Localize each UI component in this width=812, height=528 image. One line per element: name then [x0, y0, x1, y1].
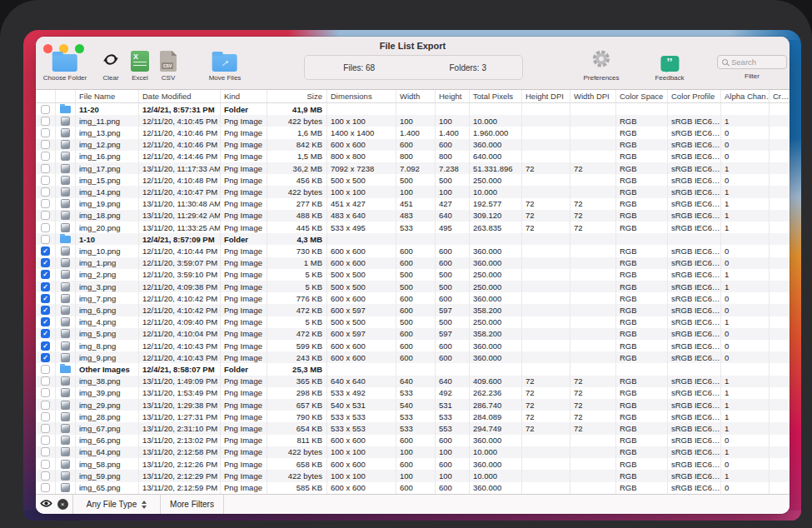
- table-row[interactable]: img_3.png 12/11/20, 4:09:38 PM Png Image…: [36, 281, 790, 292]
- row-checkbox[interactable]: [41, 436, 50, 445]
- header-color-profile[interactable]: Color Profile: [668, 90, 721, 102]
- table-row[interactable]: 11-20 12/4/21, 8:57:31 PM Folder 41,9 MB: [36, 103, 790, 115]
- row-checkbox[interactable]: [41, 424, 50, 433]
- file-type-dropdown[interactable]: Any File Type: [73, 495, 161, 514]
- row-checkbox[interactable]: [41, 317, 50, 326]
- header-alpha-channel[interactable]: Alpha Chan…: [721, 90, 770, 102]
- row-checkbox[interactable]: [41, 140, 50, 149]
- header-height[interactable]: Height: [436, 90, 470, 102]
- clear-filter-icon[interactable]: [57, 499, 68, 510]
- row-checkbox[interactable]: [41, 176, 50, 185]
- table-row[interactable]: img_2.png 12/11/20, 3:59:10 PM Png Image…: [36, 269, 790, 281]
- row-checkbox[interactable]: [41, 401, 50, 410]
- header-checkbox-column[interactable]: [36, 90, 56, 102]
- cell-color-space: [616, 103, 668, 115]
- row-checkbox[interactable]: [41, 460, 50, 469]
- table-row[interactable]: img_15.png 12/11/20, 4:10:48 PM Png Imag…: [36, 174, 790, 186]
- table-row[interactable]: img_9.png 12/11/20, 4:10:43 PM Png Image…: [36, 351, 790, 363]
- row-checkbox[interactable]: [41, 329, 50, 338]
- table-row[interactable]: img_12.png 12/11/20, 4:10:46 PM Png Imag…: [36, 139, 790, 151]
- table-row[interactable]: img_17.png 13/11/20, 11:17:33 AM Png Ima…: [36, 162, 790, 174]
- row-checkbox-cell: [36, 435, 56, 446]
- header-file-name[interactable]: File Name: [76, 90, 139, 102]
- row-checkbox[interactable]: [41, 187, 50, 197]
- table-row[interactable]: img_29.png 13/11/20, 1:29:38 PM Png Imag…: [36, 399, 790, 411]
- row-checkbox[interactable]: [41, 128, 50, 137]
- search-input[interactable]: Search: [717, 55, 787, 69]
- table-row[interactable]: img_19.png 13/11/20, 11:30:48 AM Png Ima…: [36, 198, 790, 210]
- clear-button[interactable]: Clear: [102, 51, 120, 82]
- table-row[interactable]: img_39.png 13/11/20, 1:53:49 PM Png Imag…: [36, 387, 790, 399]
- table-row[interactable]: img_64.png 13/11/20, 2:12:58 PM Png Imag…: [36, 446, 790, 458]
- row-checkbox[interactable]: [41, 471, 50, 481]
- eye-icon[interactable]: [40, 499, 52, 510]
- table-row[interactable]: img_16.png 12/11/20, 4:14:46 PM Png Imag…: [36, 151, 790, 162]
- header-kind[interactable]: Kind: [221, 90, 267, 102]
- row-checkbox[interactable]: [41, 199, 50, 208]
- header-size[interactable]: Size: [267, 90, 327, 102]
- row-checkbox[interactable]: [41, 294, 50, 303]
- table-row[interactable]: img_8.png 12/11/20, 4:10:43 PM Png Image…: [36, 340, 790, 351]
- table-row[interactable]: img_66.png 13/11/20, 2:13:02 PM Png Imag…: [36, 435, 790, 446]
- row-checkbox[interactable]: [41, 258, 50, 267]
- table-row[interactable]: img_59.png 13/11/20, 2:12:29 PM Png Imag…: [36, 470, 790, 481]
- header-color-space[interactable]: Color Space: [616, 90, 668, 102]
- table-row[interactable]: img_5.png 12/11/20, 4:10:04 PM Png Image…: [36, 328, 790, 340]
- table-row[interactable]: img_10.png 12/11/20, 4:10:44 PM Png Imag…: [36, 245, 790, 257]
- table-row[interactable]: img_1.png 12/11/20, 3:59:07 PM Png Image…: [36, 257, 790, 269]
- header-icon-column[interactable]: [56, 90, 76, 102]
- table-row[interactable]: img_28.png 13/11/20, 1:27:31 PM Png Imag…: [36, 411, 790, 422]
- row-checkbox[interactable]: [41, 211, 50, 220]
- feedback-button[interactable]: Feedback: [655, 56, 684, 82]
- table-row[interactable]: img_4.png 12/11/20, 4:09:40 PM Png Image…: [36, 316, 790, 328]
- row-checkbox[interactable]: [41, 341, 50, 351]
- row-checkbox-cell: [36, 162, 56, 174]
- row-checkbox[interactable]: [41, 376, 50, 386]
- row-checkbox[interactable]: [41, 483, 50, 492]
- row-checkbox[interactable]: [41, 306, 50, 315]
- header-total-pixels[interactable]: Total Pixels: [470, 90, 522, 102]
- move-files-button[interactable]: Move Files: [209, 54, 242, 82]
- table-row[interactable]: img_14.png 12/11/20, 4:10:47 PM Png Imag…: [36, 186, 790, 197]
- more-filters-button[interactable]: More Filters: [161, 495, 224, 514]
- cell-width: 800: [396, 151, 436, 162]
- table-row[interactable]: img_65.png 13/11/20, 2:12:59 PM Png Imag…: [36, 482, 790, 494]
- excel-export-button[interactable]: Excel: [131, 51, 149, 82]
- table-row[interactable]: img_18.png 13/11/20, 11:29:42 AM Png Ima…: [36, 210, 790, 222]
- table-row[interactable]: img_58.png 13/11/20, 2:12:26 PM Png Imag…: [36, 458, 790, 470]
- table-row[interactable]: img_67.png 13/11/20, 2:31:10 PM Png Imag…: [36, 422, 790, 434]
- row-checkbox[interactable]: [41, 117, 50, 126]
- table-row[interactable]: img_7.png 12/11/20, 4:10:42 PM Png Image…: [36, 292, 790, 304]
- row-checkbox[interactable]: [41, 105, 50, 114]
- csv-export-button[interactable]: CSV: [160, 51, 177, 82]
- preferences-button[interactable]: Preferences: [583, 49, 619, 82]
- zoom-window-button[interactable]: [75, 44, 84, 53]
- close-window-button[interactable]: [43, 44, 52, 53]
- row-checkbox[interactable]: [41, 270, 50, 279]
- row-checkbox[interactable]: [41, 247, 50, 256]
- row-checkbox[interactable]: [41, 447, 50, 456]
- table-row[interactable]: 1-10 12/4/21, 8:57:09 PM Folder 4,3 MB: [36, 233, 790, 245]
- table-row[interactable]: img_20.png 13/11/20, 11:33:25 AM Png Ima…: [36, 222, 790, 233]
- row-checkbox[interactable]: [41, 223, 50, 232]
- table-row[interactable]: Other Images 12/4/21, 8:58:07 PM Folder …: [36, 363, 790, 375]
- header-dimensions[interactable]: Dimensions: [327, 90, 396, 102]
- row-checkbox[interactable]: [41, 282, 50, 291]
- row-checkbox[interactable]: [41, 353, 50, 362]
- row-checkbox[interactable]: [41, 365, 50, 374]
- header-height-dpi[interactable]: Height DPI: [522, 90, 570, 102]
- row-checkbox[interactable]: [41, 412, 50, 421]
- row-checkbox[interactable]: [41, 152, 50, 161]
- table-row[interactable]: img_11.png 12/11/20, 4:10:45 PM Png Imag…: [36, 115, 790, 127]
- row-checkbox[interactable]: [41, 235, 50, 244]
- header-cr[interactable]: Cr…: [770, 90, 790, 102]
- table-row[interactable]: img_6.png 12/11/20, 4:10:42 PM Png Image…: [36, 304, 790, 316]
- header-date-modified[interactable]: Date Modified: [139, 90, 221, 102]
- row-checkbox[interactable]: [41, 164, 50, 173]
- header-width-dpi[interactable]: Width DPI: [570, 90, 616, 102]
- header-width[interactable]: Width: [396, 90, 436, 102]
- table-row[interactable]: img_38.png 13/11/20, 1:49:09 PM Png Imag…: [36, 376, 790, 387]
- row-checkbox[interactable]: [41, 388, 50, 397]
- choose-folder-button[interactable]: Choose Folder: [43, 54, 87, 82]
- table-row[interactable]: img_13.png 12/11/20, 4:10:46 PM Png Imag…: [36, 127, 790, 138]
